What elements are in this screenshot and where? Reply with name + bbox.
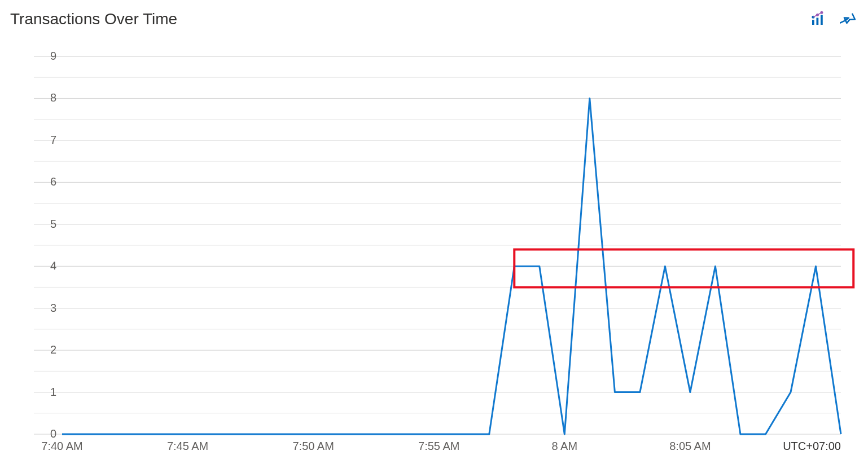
y-tick-label: 4 — [50, 259, 56, 272]
metrics-icon[interactable] — [808, 10, 827, 29]
x-tick-label: 7:45 AM — [167, 440, 208, 452]
svg-text:5: 5 — [50, 218, 56, 230]
y-tick-label: 2 — [50, 343, 56, 356]
y-tick-label: 7 — [50, 134, 56, 146]
svg-text:2: 2 — [50, 343, 56, 356]
x-tick-label: 7:50 AM — [292, 440, 334, 452]
svg-text:9: 9 — [50, 50, 56, 62]
x-tick-label: 8 AM — [552, 440, 578, 452]
chart-header: Transactions Over Time — [10, 8, 858, 30]
pin-icon[interactable] — [839, 10, 858, 29]
svg-text:0: 0 — [50, 427, 56, 440]
x-tick-label: 8:05 AM — [669, 440, 711, 452]
svg-rect-2 — [821, 15, 823, 25]
timezone-label: UTC+07:00 — [783, 440, 841, 452]
y-tick-label: 8 — [50, 91, 56, 104]
svg-text:7:50 AM: 7:50 AM — [292, 440, 334, 452]
y-tick-label: 0 — [50, 427, 56, 440]
svg-text:8 AM: 8 AM — [552, 440, 578, 452]
svg-text:7: 7 — [50, 134, 56, 146]
svg-text:7:55 AM: 7:55 AM — [418, 440, 459, 452]
header-toolbar — [808, 10, 858, 29]
svg-text:3: 3 — [50, 302, 56, 314]
svg-text:4: 4 — [50, 259, 56, 272]
gridlines — [34, 56, 841, 434]
y-tick-label: 3 — [50, 302, 56, 314]
chart-title: Transactions Over Time — [10, 10, 177, 28]
line-chart[interactable]: 0123456789 7:40 AM7:45 AM7:50 AM7:55 AM8… — [0, 45, 868, 468]
svg-text:7:40 AM: 7:40 AM — [41, 440, 82, 452]
svg-text:8: 8 — [50, 91, 56, 104]
x-tick-label: 7:55 AM — [418, 440, 459, 452]
x-axis: 7:40 AM7:45 AM7:50 AM7:55 AM8 AM8:05 AM — [41, 440, 711, 452]
svg-rect-0 — [812, 20, 814, 25]
svg-text:6: 6 — [50, 175, 56, 188]
svg-text:7:45 AM: 7:45 AM — [167, 440, 208, 452]
svg-text:8:05 AM: 8:05 AM — [669, 440, 711, 452]
svg-text:1: 1 — [50, 386, 56, 398]
svg-rect-1 — [817, 18, 819, 25]
y-tick-label: 1 — [50, 386, 56, 398]
x-tick-label: 7:40 AM — [41, 440, 82, 452]
y-tick-label: 6 — [50, 175, 56, 188]
highlight-annotation — [514, 249, 853, 287]
y-axis: 0123456789 — [50, 50, 56, 440]
y-tick-label: 5 — [50, 218, 56, 230]
y-tick-label: 9 — [50, 50, 56, 62]
